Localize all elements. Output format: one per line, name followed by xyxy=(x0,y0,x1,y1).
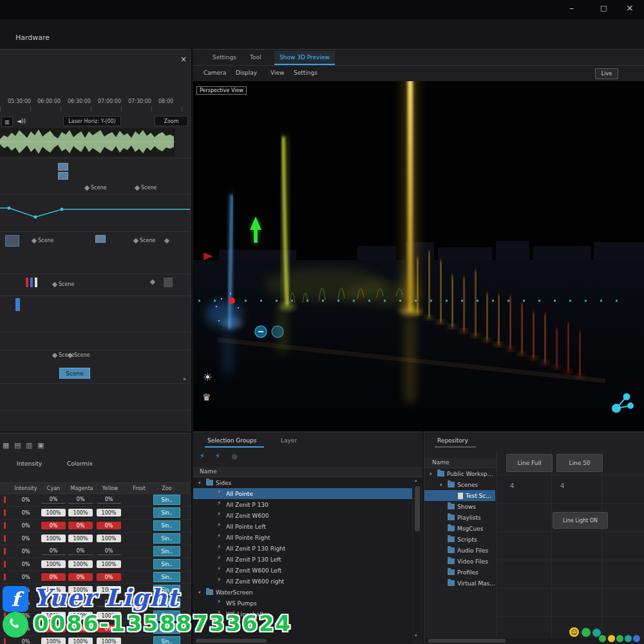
scroll-up-icon[interactable]: ▴ xyxy=(415,478,417,483)
status-dot-green[interactable] xyxy=(582,628,591,637)
fixture-row[interactable]: 0% 100% 100% 100% Sin.. xyxy=(0,533,191,545)
subtab-view[interactable]: View xyxy=(270,70,284,76)
cyan-fader[interactable]: 0% xyxy=(41,573,66,581)
tab-tool[interactable]: Tool xyxy=(250,54,261,61)
smiley-status-icon[interactable]: ☺ xyxy=(569,627,579,637)
cyan-fader[interactable]: 100% xyxy=(41,509,66,516)
tree-item[interactable]: All Zenit W600 right xyxy=(193,576,412,587)
cyan-fader[interactable]: 0% xyxy=(41,522,66,529)
laser-horiz-dropdown[interactable]: Laser Horiz: Y-(00) xyxy=(63,116,121,126)
select-all-bolt-icon[interactable]: ⚡ xyxy=(200,452,205,460)
fixture-row[interactable]: 0% 0% 0% 0% Sin.. xyxy=(0,571,191,584)
list-view-icon[interactable]: ▤ xyxy=(14,441,21,450)
status-dot-yellow[interactable] xyxy=(608,635,615,642)
timeline-clip[interactable] xyxy=(95,235,106,243)
yellow-fader[interactable]: 100% xyxy=(97,535,121,542)
timeline-clip[interactable] xyxy=(5,235,19,247)
subtab-camera[interactable]: Camera xyxy=(204,70,226,76)
status-dot-blue[interactable] xyxy=(633,635,640,642)
wave-cell[interactable]: Sin.. xyxy=(153,572,180,582)
tree-item[interactable]: Test Sc... xyxy=(424,490,495,501)
automation-envelope[interactable] xyxy=(0,199,191,227)
magenta-fader[interactable]: 0% xyxy=(68,573,93,581)
cue-cell-value[interactable]: 4 xyxy=(560,482,564,489)
magenta-fader[interactable]: 100% xyxy=(68,535,93,542)
fixture-row[interactable]: 0% 100% 100% 100% Sin.. xyxy=(0,507,191,520)
tree-item[interactable]: Audio Files xyxy=(424,545,495,556)
tree-item[interactable]: MsgCues xyxy=(424,523,495,534)
wave-cell[interactable]: Sin.. xyxy=(153,559,180,569)
tree-item[interactable]: All Pointe Left xyxy=(193,521,412,532)
ruler-ticks[interactable] xyxy=(0,106,191,111)
columns-view-icon[interactable]: ▥ xyxy=(26,441,32,450)
tree-expand-arrow-icon[interactable] xyxy=(198,590,204,595)
tree-item[interactable]: WS Pumps xyxy=(193,598,412,609)
tree-item[interactable]: All Pointe xyxy=(193,488,412,499)
cyan-fader[interactable]: 100% xyxy=(41,560,66,568)
scene-button[interactable]: Scene xyxy=(59,368,90,379)
fixture-row[interactable]: 0% 100% 100% 100% Sin.. xyxy=(0,636,191,644)
magenta-fader[interactable]: 0% xyxy=(68,547,93,555)
intensity-value[interactable]: 0% xyxy=(12,562,40,567)
tree-item[interactable]: All Zenit P 130 xyxy=(193,499,412,510)
scene-marker[interactable]: Scene xyxy=(134,238,155,243)
timeline-clip[interactable] xyxy=(58,163,68,171)
cyan-fader[interactable]: 0% xyxy=(41,547,66,555)
intensity-value[interactable]: 0% xyxy=(12,497,40,503)
zoom-control[interactable]: Zoom xyxy=(155,116,188,126)
timeline-close-icon[interactable]: × xyxy=(180,55,187,64)
yellow-fader[interactable]: 0% xyxy=(97,573,121,581)
tab-selection-groups[interactable]: Selection Groups xyxy=(207,437,256,444)
fixture-row[interactable]: 0% 100% 100% 100% Sin.. xyxy=(0,558,191,571)
cue-bar-white[interactable] xyxy=(35,278,37,287)
tree-item[interactable]: WaterScreen xyxy=(193,587,412,598)
magenta-fader[interactable]: 100% xyxy=(68,560,93,568)
intensity-value[interactable]: 0% xyxy=(12,574,40,580)
intensity-value[interactable]: 0% xyxy=(12,549,40,554)
timeline-panel[interactable]: × 05:30:00 06:00:00 06:30:00 07:00:00 07… xyxy=(0,49,191,431)
tree-item[interactable]: Public Workspa... xyxy=(424,468,495,479)
section-tab-intensity[interactable]: Intensity xyxy=(17,460,42,467)
yellow-fader[interactable]: 0% xyxy=(97,522,121,529)
titlebar[interactable]: – □ × xyxy=(0,0,644,19)
timeline-clip[interactable] xyxy=(164,278,173,287)
yellow-fader[interactable]: 100% xyxy=(97,560,121,568)
scene-marker[interactable]: Scene xyxy=(68,352,90,358)
cyan-fader[interactable]: 0% xyxy=(41,496,66,504)
magenta-fader[interactable]: 100% xyxy=(68,509,93,516)
tree-item[interactable]: All Zenit P 130 Left xyxy=(193,554,412,565)
scene-diamond[interactable] xyxy=(164,238,169,243)
fountain-crown-icon[interactable]: ♛ xyxy=(202,392,211,403)
highlight-circle-icon[interactable]: ◎ xyxy=(232,453,238,460)
tab-show-3d-preview[interactable]: Show 3D Preview xyxy=(274,51,335,65)
tree-item[interactable]: Scenes xyxy=(424,479,495,490)
menu-hardware[interactable]: Hardware xyxy=(15,33,50,42)
fixture-row[interactable]: 0% 0% 0% 0% Sin.. xyxy=(0,494,191,507)
wave-cell[interactable]: Sin.. xyxy=(153,507,180,518)
scrollbar-thumb[interactable] xyxy=(415,486,420,531)
wave-cell[interactable]: Sin.. xyxy=(153,533,180,544)
grid-view-icon[interactable]: ▦ xyxy=(3,441,9,450)
line-full-button[interactable]: Line Full xyxy=(506,454,553,472)
tree-scrollbar[interactable]: ▴ ▾ xyxy=(413,477,421,639)
fit-button[interactable]: ▥ xyxy=(1,117,13,127)
scene-marker[interactable]: Scene xyxy=(53,281,74,287)
wave-cell[interactable]: Sin.. xyxy=(153,495,180,505)
cue-cell-value[interactable]: 4 xyxy=(510,482,514,489)
yellow-fader[interactable]: 100% xyxy=(97,509,121,516)
tree-item[interactable]: Shows xyxy=(424,501,495,512)
line-50-button[interactable]: Line 50 xyxy=(556,454,603,472)
intensity-value[interactable]: 0% xyxy=(12,510,40,516)
cue-bar-blue[interactable] xyxy=(30,278,33,287)
status-dot-green[interactable] xyxy=(599,635,606,642)
viewport-3d[interactable]: Perspective View ☀ ♛ xyxy=(193,81,644,431)
hscrollbar-thumb[interactable] xyxy=(196,639,267,643)
maximize-icon[interactable]: □ xyxy=(600,4,607,12)
tree-item[interactable]: All Zenit W600 Left xyxy=(193,565,412,576)
scene-diamond[interactable] xyxy=(150,279,155,285)
scroll-down-icon[interactable]: ▾ xyxy=(415,633,417,638)
expand-view-icon[interactable]: ▣ xyxy=(37,441,44,450)
scene-marker[interactable]: Scene xyxy=(135,185,156,191)
tree-expand-arrow-icon[interactable] xyxy=(430,471,435,477)
subtab-settings[interactable]: Settings xyxy=(294,70,317,76)
